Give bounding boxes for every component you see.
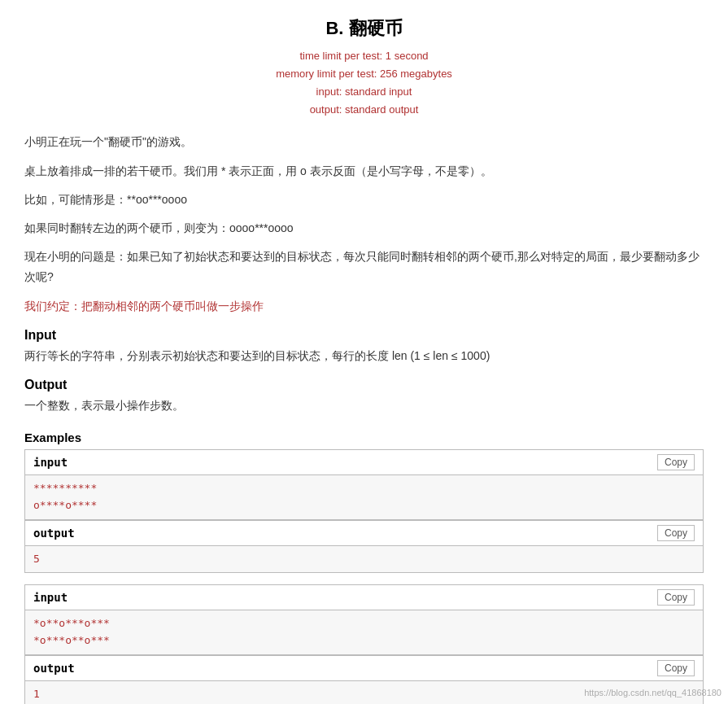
example-group-0: inputCopy********** o****o****outputCopy… [24, 449, 704, 573]
examples-title: Examples [24, 431, 704, 444]
example-input-copy-button-1[interactable]: Copy [657, 589, 695, 606]
example-input-content-0: ********** o****o**** [24, 475, 704, 520]
input-type: input: standard input [24, 83, 704, 101]
problem-para3: 比如，可能情形是：**oo***oooo [24, 190, 704, 210]
problem-para4: 如果同时翻转左边的两个硬币，则变为：oooo***oooo [24, 218, 704, 238]
page-title: B. 翻硬币 [24, 16, 704, 41]
memory-limit: memory limit per test: 256 megabytes [24, 65, 704, 83]
example-output-content-0: 5 [24, 546, 704, 574]
example-input-label-1: input [33, 591, 68, 604]
output-type: output: standard output [24, 101, 704, 119]
meta-info: time limit per test: 1 second memory lim… [24, 47, 704, 119]
example-input-content-1: *o**o***o*** *o***o**o*** [24, 610, 704, 655]
example-input-label-0: input [33, 456, 68, 469]
example-output-copy-button-0[interactable]: Copy [657, 525, 695, 541]
example-output-copy-button-1[interactable]: Copy [657, 660, 695, 676]
problem-para5: 现在小明的问题是：如果已知了初始状态和要达到的目标状态，每次只能同时翻转相邻的两… [24, 247, 704, 287]
watermark: https://blog.csdn.net/qq_41868180 [584, 688, 721, 697]
example-output-header-1: outputCopy [24, 655, 704, 681]
time-limit: time limit per test: 1 second [24, 47, 704, 65]
example-input-copy-button-0[interactable]: Copy [657, 454, 695, 470]
input-section-text: 两行等长的字符串，分别表示初始状态和要达到的目标状态，每行的长度 len (1 … [24, 346, 704, 366]
examples-container: inputCopy********** o****o****outputCopy… [24, 449, 704, 704]
example-output-header-0: outputCopy [24, 520, 704, 546]
problem-para1: 小明正在玩一个"翻硬币"的游戏。 [24, 132, 704, 152]
example-group-1: inputCopy*o**o***o*** *o***o**o***output… [24, 584, 704, 704]
example-input-header-0: inputCopy [24, 449, 704, 475]
example-output-label-1: output [33, 662, 75, 675]
problem-para2: 桌上放着排成一排的若干硬币。我们用 * 表示正面，用 o 表示反面（是小写字母，… [24, 161, 704, 181]
output-section-text: 一个整数，表示最小操作步数。 [24, 396, 704, 416]
example-output-label-0: output [33, 527, 75, 540]
example-input-header-1: inputCopy [24, 584, 704, 610]
input-section-title: Input [24, 328, 704, 343]
problem-para6: 我们约定：把翻动相邻的两个硬币叫做一步操作 [24, 296, 704, 317]
output-section-title: Output [24, 378, 704, 392]
